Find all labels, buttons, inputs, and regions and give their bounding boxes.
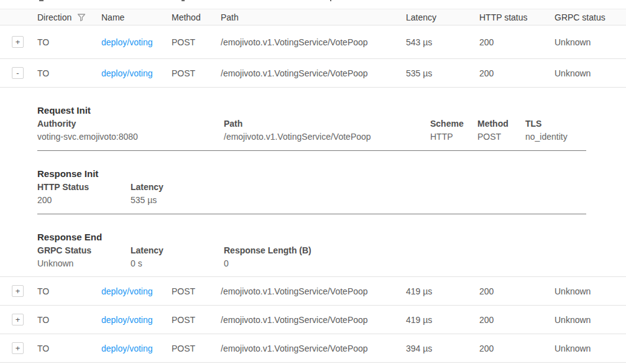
name-link[interactable]: deploy/voting bbox=[101, 68, 153, 78]
field-label: GRPC Status bbox=[37, 245, 131, 256]
field-value: no_identity bbox=[525, 132, 586, 142]
clipped-text-fragment bbox=[182, 0, 185, 1]
field-path: Path /emojivoto.v1.VotingService/VotePoo… bbox=[224, 119, 430, 142]
column-header-method: Method bbox=[172, 12, 221, 22]
direction-cell: TO bbox=[37, 286, 101, 296]
direction-cell: TO bbox=[37, 37, 101, 47]
field-value: 200 bbox=[37, 195, 131, 206]
field-label: Path bbox=[224, 119, 430, 129]
response-init-title: Response Init bbox=[37, 151, 586, 174]
direction-cell: TO bbox=[37, 344, 101, 353]
http-status-cell: 200 bbox=[479, 68, 555, 78]
path-cell: /emojivoto.v1.VotingService/VotePoop bbox=[221, 286, 406, 296]
http-status-cell: 200 bbox=[479, 37, 555, 47]
column-header-name: Name bbox=[101, 12, 172, 22]
expand-row-button[interactable]: + bbox=[12, 342, 24, 354]
grpc-status-cell: Unknown bbox=[555, 37, 626, 47]
field-latency: Latency 535 µs bbox=[131, 182, 586, 206]
path-cell: /emojivoto.v1.VotingService/VotePoop bbox=[221, 344, 406, 353]
clipped-text-fragment bbox=[39, 0, 44, 1]
table-row-expanded: - TO deploy/voting POST /emojivoto.v1.Vo… bbox=[0, 59, 626, 88]
latency-cell: 419 µs bbox=[406, 315, 479, 325]
field-value: Unknown bbox=[37, 258, 131, 269]
http-status-cell: 200 bbox=[479, 344, 555, 353]
expand-row-button[interactable]: + bbox=[12, 314, 24, 325]
response-init-fields: HTTP Status 200 Latency 535 µs bbox=[37, 182, 586, 206]
field-value: HTTP bbox=[430, 132, 477, 142]
field-label: Response Length (B) bbox=[224, 245, 586, 256]
column-header-direction: Direction bbox=[37, 12, 101, 22]
column-header-latency: Latency bbox=[406, 12, 479, 22]
grpc-status-cell: Unknown bbox=[555, 344, 626, 353]
response-end-fields: GRPC Status Unknown Latency 0 s Response… bbox=[37, 245, 586, 269]
path-cell: /emojivoto.v1.VotingService/VotePoop bbox=[221, 37, 406, 47]
column-header-http-status: HTTP status bbox=[479, 12, 555, 22]
path-cell: /emojivoto.v1.VotingService/VotePoop bbox=[221, 315, 406, 325]
table-row: + TO deploy/voting POST /emojivoto.v1.Vo… bbox=[0, 277, 626, 306]
field-authority: Authority voting-svc.emojivoto:8080 bbox=[37, 119, 224, 142]
column-header-path: Path bbox=[221, 12, 406, 22]
path-cell: /emojivoto.v1.VotingService/VotePoop bbox=[221, 68, 406, 78]
request-init-fields: Authority voting-svc.emojivoto:8080 Path… bbox=[37, 119, 586, 142]
response-end-title: Response End bbox=[37, 214, 586, 237]
grpc-status-cell: Unknown bbox=[555, 68, 626, 78]
table-row: + TO deploy/voting POST /emojivoto.v1.Vo… bbox=[0, 306, 626, 334]
http-status-cell: 200 bbox=[479, 286, 555, 296]
method-cell: POST bbox=[172, 315, 221, 325]
field-label: TLS bbox=[525, 119, 586, 129]
filter-icon[interactable] bbox=[77, 13, 86, 22]
name-link[interactable]: deploy/voting bbox=[101, 286, 153, 296]
column-header-direction-label: Direction bbox=[37, 12, 71, 22]
field-response-length: Response Length (B) 0 bbox=[224, 245, 586, 269]
field-label: Authority bbox=[37, 119, 224, 129]
field-value: 0 s bbox=[131, 258, 224, 269]
column-header-grpc-status: GRPC status bbox=[555, 12, 626, 22]
expanded-row-detail: Request Init Authority voting-svc.emojiv… bbox=[0, 88, 626, 277]
field-label: Latency bbox=[131, 182, 586, 193]
grpc-status-cell: Unknown bbox=[555, 315, 626, 325]
latency-cell: 419 µs bbox=[406, 286, 479, 296]
field-grpc-status: GRPC Status Unknown bbox=[37, 245, 131, 269]
method-cell: POST bbox=[172, 286, 221, 296]
field-tls: TLS no_identity bbox=[525, 119, 586, 142]
latency-cell: 543 µs bbox=[406, 37, 479, 47]
field-label: Latency bbox=[131, 245, 224, 256]
request-init-title: Request Init bbox=[37, 88, 586, 111]
collapse-row-button[interactable]: - bbox=[12, 67, 24, 79]
method-cell: POST bbox=[172, 68, 221, 78]
clipped-text-row bbox=[0, 0, 626, 9]
name-link[interactable]: deploy/voting bbox=[101, 37, 153, 47]
field-value: /emojivoto.v1.VotingService/VotePoop bbox=[224, 132, 430, 142]
name-link[interactable]: deploy/voting bbox=[101, 315, 153, 325]
field-latency: Latency 0 s bbox=[131, 245, 224, 269]
table-header-row: Direction Name Method Path Latency HTTP … bbox=[0, 9, 626, 25]
method-cell: POST bbox=[172, 37, 221, 47]
http-status-cell: 200 bbox=[479, 315, 555, 325]
field-label: Method bbox=[477, 119, 525, 129]
field-http-status: HTTP Status 200 bbox=[37, 182, 131, 206]
field-value: voting-svc.emojivoto:8080 bbox=[37, 132, 224, 142]
field-value: 535 µs bbox=[131, 195, 586, 206]
clipped-text-fragment bbox=[330, 0, 331, 1]
field-scheme: Scheme HTTP bbox=[430, 119, 477, 142]
table-row: + TO deploy/voting POST /emojivoto.v1.Vo… bbox=[0, 25, 626, 59]
expand-row-button[interactable]: + bbox=[12, 36, 24, 48]
table-row: + TO deploy/voting POST /emojivoto.v1.Vo… bbox=[0, 334, 626, 363]
field-method: Method POST bbox=[477, 119, 525, 142]
direction-cell: TO bbox=[37, 68, 101, 78]
method-cell: POST bbox=[172, 344, 221, 353]
field-value: POST bbox=[477, 132, 525, 142]
field-label: HTTP Status bbox=[37, 182, 131, 193]
latency-cell: 394 µs bbox=[406, 344, 479, 353]
direction-cell: TO bbox=[37, 315, 101, 325]
latency-cell: 535 µs bbox=[406, 68, 479, 78]
grpc-status-cell: Unknown bbox=[555, 286, 626, 296]
name-link[interactable]: deploy/voting bbox=[101, 344, 153, 353]
expand-row-button[interactable]: + bbox=[12, 285, 24, 297]
field-label: Scheme bbox=[430, 119, 477, 129]
field-value: 0 bbox=[224, 258, 586, 269]
